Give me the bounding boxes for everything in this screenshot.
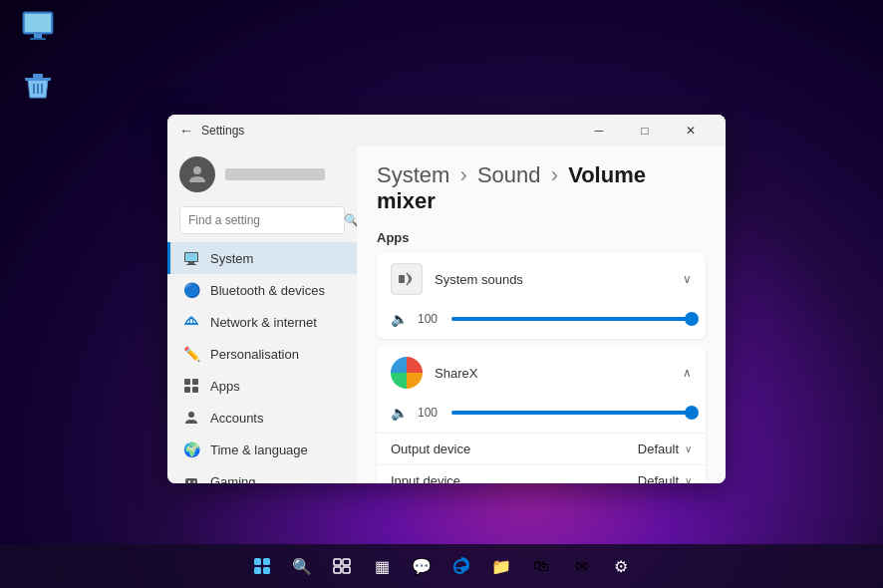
- sharex-chevron[interactable]: ∧: [683, 366, 692, 380]
- input-device-select[interactable]: Default ∨: [638, 473, 692, 483]
- breadcrumb-system: System: [377, 162, 449, 187]
- taskbar-taskview[interactable]: [324, 548, 360, 584]
- taskbar-search[interactable]: 🔍: [284, 548, 320, 584]
- sharex-icon: [391, 357, 423, 389]
- system-sounds-volume-row: 🔈 100: [391, 311, 692, 327]
- svg-rect-14: [184, 387, 190, 393]
- minimize-button[interactable]: ─: [576, 115, 622, 147]
- sidebar-item-personalisation-label: Personalisation: [210, 347, 299, 362]
- svg-rect-1: [25, 14, 51, 32]
- svg-rect-24: [254, 567, 261, 574]
- taskbar-start[interactable]: [244, 548, 280, 584]
- system-sounds-volume-icon: 🔈: [391, 311, 408, 327]
- system-sounds-slider[interactable]: [451, 317, 692, 321]
- sidebar-item-bluetooth[interactable]: 🔵 Bluetooth & devices: [167, 274, 357, 306]
- desktop-icon-monitor[interactable]: [8, 8, 68, 44]
- sharex-volume-row: 🔈 100: [391, 405, 692, 421]
- taskbar-explorer[interactable]: 📁: [483, 548, 519, 584]
- breadcrumb-sep-1: ›: [459, 162, 466, 187]
- sidebar: 🔍 System 🔵: [167, 147, 357, 483]
- window-controls: ─ □ ✕: [576, 115, 714, 147]
- maximize-button[interactable]: □: [622, 115, 668, 147]
- start-icon: [252, 556, 272, 576]
- taskbar-store[interactable]: 🛍: [523, 548, 559, 584]
- svg-rect-27: [343, 559, 350, 565]
- svg-rect-28: [334, 567, 341, 573]
- search-input[interactable]: [188, 213, 338, 227]
- system-sounds-body: 🔈 100: [377, 305, 706, 339]
- svg-rect-26: [334, 559, 341, 565]
- svg-rect-9: [188, 262, 194, 264]
- system-sounds-chevron[interactable]: ∨: [683, 272, 692, 286]
- sidebar-item-system-label: System: [210, 251, 253, 266]
- sharex-slider[interactable]: [451, 411, 692, 415]
- sidebar-item-time[interactable]: 🌍 Time & language: [167, 434, 357, 465]
- sidebar-item-personalisation[interactable]: ✏️ Personalisation: [167, 338, 357, 370]
- system-icon: [182, 249, 200, 267]
- search-box[interactable]: 🔍: [179, 206, 345, 234]
- time-icon: 🌍: [182, 441, 200, 458]
- taskbar-edge[interactable]: [443, 548, 479, 584]
- svg-rect-2: [34, 34, 42, 38]
- taskbar: 🔍 ▦ 💬 📁 🛍 ✉ ⚙: [0, 544, 883, 588]
- personalisation-icon: ✏️: [182, 345, 200, 363]
- sharex-body: 🔈 100: [377, 399, 706, 433]
- taskbar-settings[interactable]: ⚙: [603, 548, 639, 584]
- accounts-icon: [182, 409, 200, 427]
- taskbar-chat[interactable]: 💬: [404, 548, 440, 584]
- output-device-value: Default: [638, 441, 679, 456]
- svg-point-16: [188, 412, 194, 418]
- svg-rect-21: [399, 275, 405, 283]
- apps-icon: [182, 377, 200, 395]
- back-button[interactable]: ←: [179, 123, 193, 139]
- system-sounds-card: System sounds ∨ 🔈 100: [377, 253, 706, 339]
- svg-rect-15: [192, 387, 198, 393]
- svg-rect-10: [186, 264, 196, 265]
- close-button[interactable]: ✕: [668, 115, 714, 147]
- output-device-select[interactable]: Default ∨: [638, 441, 692, 456]
- title-bar: ← Settings ─ □ ✕: [167, 115, 726, 147]
- taskview-icon: [332, 556, 352, 576]
- svg-rect-3: [30, 38, 46, 40]
- system-sounds-volume-value: 100: [418, 312, 442, 326]
- sidebar-item-apps[interactable]: Apps: [167, 370, 357, 402]
- sharex-header[interactable]: ShareX ∧: [377, 347, 706, 399]
- sidebar-item-accounts-label: Accounts: [210, 411, 263, 426]
- sharex-slider-thumb[interactable]: [685, 406, 699, 420]
- apps-section-label: Apps: [377, 230, 706, 245]
- recycle-bin-icon: [20, 68, 56, 104]
- sharex-title: ShareX: [435, 366, 671, 381]
- sidebar-item-accounts[interactable]: Accounts: [167, 402, 357, 434]
- svg-point-6: [193, 166, 201, 174]
- svg-rect-13: [192, 379, 198, 385]
- window-title: Settings: [201, 124, 576, 138]
- breadcrumb-sep-2: ›: [551, 162, 558, 187]
- sidebar-item-network[interactable]: Network & internet: [167, 306, 357, 338]
- nav-items: System 🔵 Bluetooth & devices Network & i: [167, 242, 357, 483]
- output-device-arrow: ∨: [685, 443, 692, 454]
- sidebar-item-bluetooth-label: Bluetooth & devices: [210, 283, 325, 298]
- system-sounds-icon: [391, 263, 423, 295]
- system-sounds-header[interactable]: System sounds ∨: [377, 253, 706, 305]
- search-icon: 🔍: [344, 213, 357, 227]
- output-device-row: Output device Default ∨: [377, 434, 706, 465]
- taskbar-mail[interactable]: ✉: [563, 548, 599, 584]
- breadcrumb-sound: Sound: [477, 162, 541, 187]
- page-header: System › Sound › Volume mixer: [377, 162, 706, 214]
- system-sounds-slider-thumb[interactable]: [685, 312, 699, 326]
- gaming-icon: [182, 472, 200, 483]
- svg-rect-8: [185, 253, 197, 261]
- svg-rect-23: [263, 558, 270, 565]
- svg-rect-12: [184, 379, 190, 385]
- window-body: 🔍 System 🔵: [167, 147, 726, 483]
- svg-rect-4: [25, 78, 51, 81]
- sidebar-item-apps-label: Apps: [210, 379, 240, 394]
- sidebar-item-gaming[interactable]: Gaming: [167, 465, 357, 483]
- user-name: [225, 168, 325, 180]
- input-device-label: Input device: [391, 473, 628, 483]
- sidebar-item-system[interactable]: System: [167, 242, 357, 274]
- output-device-label: Output device: [391, 441, 628, 456]
- avatar: [179, 156, 215, 192]
- desktop-icon-recycle-bin[interactable]: [8, 68, 68, 104]
- taskbar-widgets[interactable]: ▦: [364, 548, 400, 584]
